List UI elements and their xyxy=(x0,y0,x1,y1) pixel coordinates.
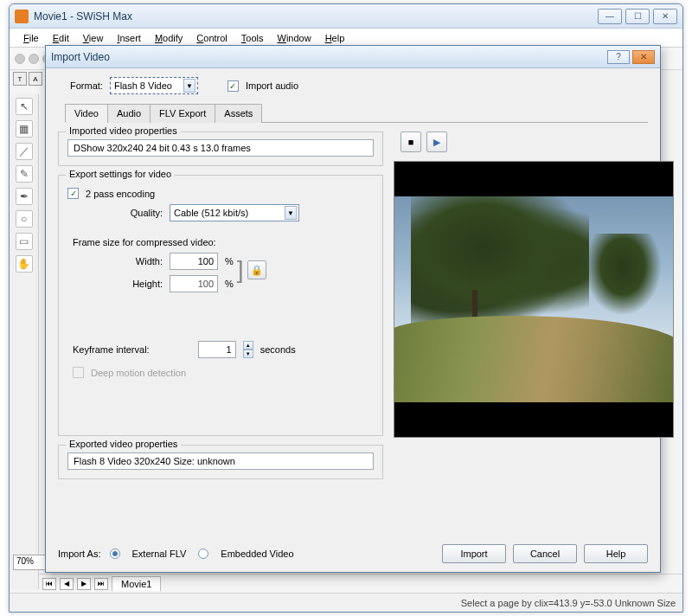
close-button[interactable]: ✕ xyxy=(653,9,677,24)
last-icon[interactable]: ⏭ xyxy=(94,578,108,590)
import-audio-label: Import audio xyxy=(246,80,298,91)
seconds-label: seconds xyxy=(260,344,296,355)
app-icon xyxy=(15,10,29,23)
dialog-tabs: Video Audio FLV Export Assets xyxy=(65,103,648,123)
external-flv-radio[interactable] xyxy=(110,549,120,559)
stop-icon: ■ xyxy=(408,137,414,147)
tab-assets[interactable]: Assets xyxy=(215,104,262,123)
tab-flv-export[interactable]: FLV Export xyxy=(150,104,215,123)
deep-motion-checkbox xyxy=(73,367,84,378)
pointer-tool-icon[interactable]: ↖ xyxy=(16,98,33,115)
minimize-button[interactable]: — xyxy=(598,9,622,24)
keyframe-label: Keyframe interval: xyxy=(73,344,150,355)
document-tab[interactable]: Movie1 xyxy=(112,576,161,591)
quality-label: Quality: xyxy=(67,208,163,218)
tab-video[interactable]: Video xyxy=(65,104,108,123)
menu-insert[interactable]: Insert xyxy=(110,31,148,45)
rect-tool-icon[interactable]: ▭ xyxy=(16,233,33,250)
preview-frame xyxy=(394,196,673,402)
app-title: Movie1 - SWiSH Max xyxy=(34,10,132,22)
menu-help[interactable]: Help xyxy=(318,31,352,45)
hand-tool-icon[interactable]: ✋ xyxy=(16,255,33,273)
side-tab[interactable]: A xyxy=(29,72,42,86)
height-label: Height: xyxy=(67,279,163,289)
import-as-label: Import As: xyxy=(58,549,101,559)
line-tool-icon[interactable]: ／ xyxy=(16,143,33,160)
two-pass-label: 2 pass encoding xyxy=(86,189,155,199)
chevron-down-icon: ▼ xyxy=(183,79,195,93)
width-input[interactable] xyxy=(170,253,218,270)
keyframe-spinner[interactable]: ▲▼ xyxy=(243,341,253,358)
help-button[interactable]: Help xyxy=(584,544,648,563)
menu-window[interactable]: Window xyxy=(271,31,318,45)
menu-file[interactable]: File xyxy=(16,31,46,45)
lock-icon: 🔒 xyxy=(251,265,263,276)
main-titlebar: Movie1 - SWiSH Max — ☐ ✕ xyxy=(10,4,682,29)
embedded-video-radio[interactable] xyxy=(198,549,208,559)
imported-legend: Imported video properties xyxy=(66,125,181,136)
dialog-titlebar: Import Video ? ✕ xyxy=(46,46,660,68)
format-value: Flash 8 Video xyxy=(114,80,172,91)
exported-properties-field[interactable] xyxy=(67,452,374,470)
import-video-dialog: Import Video ? ✕ Format: Flash 8 Video ▼… xyxy=(45,45,661,573)
external-flv-label: External FLV xyxy=(132,549,187,559)
close-dialog-button[interactable]: ✕ xyxy=(632,50,655,64)
framesize-label: Frame size for compressed video: xyxy=(73,237,374,247)
keyframe-input[interactable] xyxy=(198,341,236,358)
ellipse-tool-icon[interactable]: ○ xyxy=(16,210,33,228)
status-text: Select a page by clix=413.9 y=-53.0 Unkn… xyxy=(461,598,676,608)
pen-tool-icon[interactable]: ✒ xyxy=(16,188,33,205)
play-icon: ▶ xyxy=(433,137,440,148)
lock-aspect-button[interactable]: 🔒 xyxy=(247,260,266,279)
menu-tools[interactable]: Tools xyxy=(234,31,271,45)
import-audio-checkbox[interactable]: ✓ xyxy=(227,80,239,92)
tool-palette: ↖ ▦ ／ ✎ ✒ ○ ▭ ✋ xyxy=(10,94,39,589)
width-label: Width: xyxy=(67,256,163,266)
first-icon[interactable]: ⏮ xyxy=(42,578,56,590)
quality-value: Cable (512 kbit/s) xyxy=(174,208,248,218)
status-bar: Select a page by clix=413.9 y=-53.0 Unkn… xyxy=(10,593,682,612)
exported-legend: Exported video properties xyxy=(66,439,181,449)
side-tabs: T A xyxy=(10,72,42,94)
bracket-icon: ] xyxy=(237,256,244,284)
export-legend: Export settings for video xyxy=(66,169,175,179)
side-tab[interactable]: T xyxy=(13,72,27,86)
video-preview xyxy=(394,161,674,438)
next-icon[interactable]: ▶ xyxy=(77,578,91,590)
format-label: Format: xyxy=(70,80,103,91)
toolbar-icon[interactable] xyxy=(15,54,25,64)
imported-properties-field[interactable] xyxy=(67,139,374,157)
cancel-button[interactable]: Cancel xyxy=(513,544,577,563)
maximize-button[interactable]: ☐ xyxy=(625,9,650,24)
menu-view[interactable]: View xyxy=(76,31,111,45)
imported-properties-group: Imported video properties xyxy=(58,132,383,166)
chevron-down-icon: ▼ xyxy=(285,206,297,220)
bottom-tabs: ⏮ ◀ ▶ ⏭ Movie1 xyxy=(39,574,682,593)
pencil-tool-icon[interactable]: ✎ xyxy=(16,165,33,183)
stop-button[interactable]: ■ xyxy=(400,132,421,152)
embedded-video-label: Embedded Video xyxy=(221,549,293,559)
prev-icon[interactable]: ◀ xyxy=(60,578,74,590)
quality-combo[interactable]: Cable (512 kbit/s) ▼ xyxy=(170,204,299,221)
exported-properties-group: Exported video properties xyxy=(58,445,383,479)
menu-control[interactable]: Control xyxy=(189,31,234,45)
deep-motion-label: Deep motion detection xyxy=(91,368,186,378)
play-button[interactable]: ▶ xyxy=(426,132,447,152)
format-combo[interactable]: Flash 8 Video ▼ xyxy=(110,77,198,94)
percent-label: % xyxy=(225,256,234,266)
menu-edit[interactable]: Edit xyxy=(46,31,76,45)
tab-audio[interactable]: Audio xyxy=(107,104,151,123)
import-button[interactable]: Import xyxy=(442,544,506,563)
export-settings-group: Export settings for video ✓ 2 pass encod… xyxy=(58,175,383,436)
help-titlebar-button[interactable]: ? xyxy=(607,50,630,64)
grid-tool-icon[interactable]: ▦ xyxy=(16,120,33,138)
toolbar-icon[interactable] xyxy=(29,54,39,64)
two-pass-checkbox[interactable]: ✓ xyxy=(67,188,79,199)
percent-label: % xyxy=(225,279,234,289)
dialog-title: Import Video xyxy=(51,51,110,63)
height-input xyxy=(170,275,218,292)
menu-modify[interactable]: Modify xyxy=(148,31,189,45)
dialog-footer: Import As: External FLV Embedded Video I… xyxy=(58,544,648,563)
